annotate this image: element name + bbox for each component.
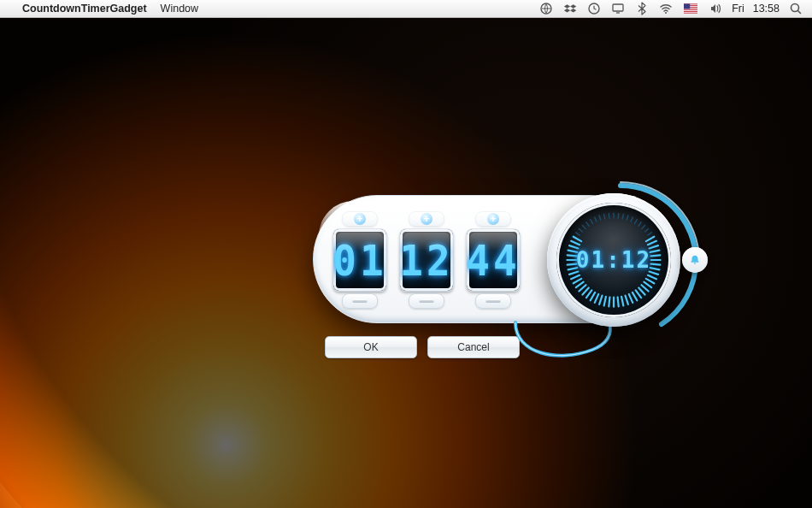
svg-line-50 (582, 287, 588, 294)
svg-line-51 (579, 285, 585, 291)
svg-line-54 (571, 275, 580, 279)
menubar-timemachine-icon[interactable] (586, 2, 602, 15)
svg-line-15 (622, 215, 623, 219)
svg-line-68 (591, 220, 593, 224)
svg-line-37 (636, 290, 641, 298)
svg-rect-10 (684, 12, 697, 13)
hours-value: 01 (332, 234, 386, 285)
minutes-stepper: 12 (399, 211, 454, 309)
svg-line-33 (646, 279, 654, 283)
ok-button[interactable]: OK (325, 336, 417, 358)
svg-line-46 (599, 296, 602, 304)
svg-line-38 (633, 292, 637, 300)
svg-line-48 (591, 292, 595, 300)
svg-line-34 (644, 282, 651, 287)
menubar-clock-day[interactable]: Fri (732, 3, 744, 15)
svg-line-16 (627, 216, 628, 220)
menubar-volume-icon[interactable] (708, 2, 723, 15)
hours-decrement-button[interactable] (342, 293, 378, 309)
svg-line-67 (586, 222, 589, 226)
svg-line-17 (631, 217, 633, 222)
svg-line-65 (579, 228, 582, 232)
svg-line-26 (650, 251, 660, 252)
svg-line-69 (595, 217, 597, 222)
svg-line-21 (645, 228, 649, 232)
menubar-tool1-icon[interactable] (538, 2, 554, 15)
dial-face: 01:12 (556, 203, 671, 317)
hours-stepper: 01 (332, 211, 387, 309)
svg-line-62 (571, 241, 580, 245)
svg-line-32 (648, 275, 656, 279)
seconds-decrement-button[interactable] (475, 293, 511, 309)
countdown-timer-gadget: 01 12 44 (313, 191, 740, 387)
svg-line-72 (609, 214, 609, 218)
seconds-increment-button[interactable] (475, 211, 511, 227)
svg-line-52 (576, 282, 584, 287)
svg-line-44 (609, 297, 609, 306)
menu-window[interactable]: Window (161, 3, 198, 15)
svg-line-14 (618, 214, 619, 218)
hours-display: 01 (332, 228, 387, 292)
svg-line-40 (626, 296, 628, 304)
svg-line-70 (599, 216, 601, 220)
svg-line-47 (595, 294, 598, 303)
timer-dial[interactable]: 01:12 (547, 193, 680, 327)
svg-line-39 (629, 294, 633, 303)
menubar-clock-time[interactable]: 13:58 (753, 3, 780, 15)
svg-line-64 (576, 233, 580, 235)
svg-line-24 (648, 241, 656, 245)
svg-line-19 (638, 222, 641, 226)
svg-line-20 (642, 225, 645, 228)
svg-line-63 (574, 237, 581, 241)
menubar-dropbox-icon[interactable] (562, 2, 578, 15)
svg-line-27 (650, 255, 660, 256)
svg-rect-2 (613, 4, 623, 11)
svg-line-23 (646, 237, 654, 241)
svg-line-22 (648, 233, 651, 235)
seconds-value: 44 (466, 234, 520, 285)
macos-menu-bar: CountdownTimerGadget Window Fri 13:58 (0, 0, 812, 18)
menubar-flag-icon[interactable] (682, 2, 699, 15)
minutes-increment-button[interactable] (409, 211, 444, 227)
cancel-button[interactable]: Cancel (427, 336, 520, 358)
menubar-display-icon[interactable] (610, 2, 626, 15)
minutes-value: 12 (399, 234, 453, 285)
svg-line-42 (618, 297, 619, 306)
svg-line-29 (650, 264, 660, 265)
bell-icon (689, 254, 701, 266)
svg-rect-8 (684, 9, 697, 9)
svg-rect-11 (684, 3, 690, 9)
svg-line-35 (641, 285, 648, 291)
svg-line-71 (604, 215, 605, 219)
svg-line-45 (604, 297, 606, 306)
svg-line-41 (621, 297, 623, 306)
svg-line-30 (650, 268, 660, 269)
seconds-stepper: 44 (466, 211, 521, 309)
hours-increment-button[interactable] (342, 211, 378, 227)
minutes-decrement-button[interactable] (409, 293, 444, 309)
spotlight-icon[interactable] (788, 2, 803, 15)
svg-line-49 (586, 290, 591, 298)
svg-line-18 (635, 220, 638, 224)
menubar-bluetooth-icon[interactable] (634, 2, 650, 15)
dialog-button-row: OK Cancel (325, 336, 520, 358)
menubar-wifi-icon[interactable] (658, 2, 674, 15)
svg-point-3 (665, 12, 667, 14)
svg-rect-9 (684, 10, 697, 11)
svg-line-36 (638, 287, 644, 294)
seconds-display: 44 (466, 228, 521, 292)
app-name[interactable]: CountdownTimerGadget (22, 3, 147, 15)
alarm-bell-button[interactable] (682, 247, 708, 273)
dial-time-display: 01:12 (576, 249, 651, 271)
svg-line-66 (582, 225, 585, 228)
svg-line-53 (574, 279, 581, 283)
minutes-display: 12 (399, 228, 454, 292)
